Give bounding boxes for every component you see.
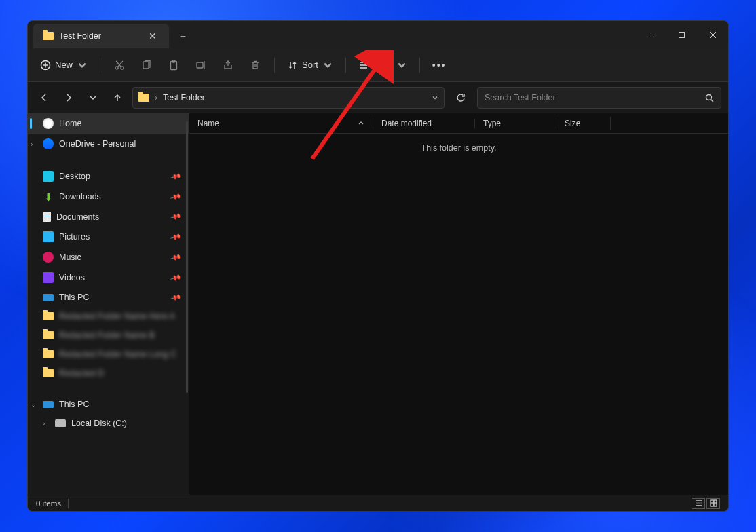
- rename-button[interactable]: [189, 56, 213, 75]
- sidebar-item-videos[interactable]: Videos📌: [28, 267, 189, 288]
- navigation-pane[interactable]: Home › OneDrive - Personal Desktop📌 ⬇Dow…: [28, 113, 189, 495]
- close-tab-button[interactable]: ✕: [146, 31, 159, 41]
- chevron-down-icon[interactable]: [432, 94, 438, 101]
- svg-rect-12: [714, 504, 717, 506]
- svg-rect-7: [197, 62, 203, 68]
- column-header-date[interactable]: Date modified: [373, 119, 474, 128]
- nav-recent-button[interactable]: [83, 88, 102, 107]
- sidebar-item-folder[interactable]: Redacted Folder Name Long C: [28, 345, 189, 364]
- pc-icon: [43, 294, 54, 301]
- folder-icon: [43, 369, 54, 377]
- sidebar-label: Pictures: [59, 232, 90, 242]
- thumbnails-view-button[interactable]: [706, 498, 720, 509]
- scrollbar[interactable]: [186, 121, 188, 393]
- address-bar[interactable]: › Test Folder: [132, 87, 445, 109]
- cloud-icon: [43, 138, 54, 149]
- sort-label: Sort: [302, 60, 318, 70]
- svg-rect-0: [679, 32, 684, 37]
- download-icon: ⬇: [43, 191, 54, 202]
- search-input[interactable]: [485, 93, 705, 102]
- breadcrumb-current[interactable]: Test Folder: [163, 93, 205, 102]
- chevron-right-icon[interactable]: ›: [43, 420, 45, 428]
- music-icon: [43, 252, 54, 263]
- nav-up-button[interactable]: [108, 88, 127, 107]
- view-label: View: [373, 60, 392, 70]
- sidebar-item-folder[interactable]: Redacted Folder Name Here A: [28, 307, 189, 326]
- maximize-button[interactable]: [666, 21, 697, 48]
- svg-point-2: [115, 66, 118, 69]
- item-count: 0 items: [36, 499, 61, 508]
- sidebar-label: Redacted D: [59, 368, 104, 378]
- search-icon: [705, 94, 714, 102]
- sidebar-item-folder[interactable]: Redacted D: [28, 364, 189, 383]
- home-icon: [43, 118, 54, 129]
- sidebar-item-music[interactable]: Music📌: [28, 247, 189, 267]
- more-button[interactable]: •••: [427, 56, 452, 75]
- sidebar-item-desktop[interactable]: Desktop📌: [28, 166, 189, 187]
- column-header-name[interactable]: Name: [189, 119, 373, 128]
- chevron-down-icon[interactable]: ⌄: [31, 401, 36, 408]
- refresh-button[interactable]: [451, 88, 470, 107]
- chevron-down-icon: [396, 60, 407, 71]
- sidebar-item-onedrive[interactable]: › OneDrive - Personal: [28, 134, 189, 154]
- sidebar-label: Videos: [59, 273, 85, 282]
- sidebar-item-thispc-tree[interactable]: ⌄This PC: [28, 395, 189, 414]
- folder-icon: [43, 331, 54, 339]
- folder-icon: [138, 94, 149, 102]
- minimize-button[interactable]: [635, 21, 666, 48]
- sort-asc-icon: [358, 120, 364, 127]
- pin-icon[interactable]: 📌: [170, 191, 183, 203]
- sidebar-item-documents[interactable]: Documents📌: [28, 207, 189, 227]
- clipboard-icon: [168, 60, 179, 71]
- column-header-size[interactable]: Size: [556, 119, 610, 128]
- pin-icon[interactable]: 📌: [170, 271, 183, 284]
- nav-back-button[interactable]: [35, 88, 54, 107]
- svg-rect-9: [711, 500, 713, 503]
- active-tab[interactable]: Test Folder ✕: [33, 24, 169, 48]
- sidebar-label: Redacted Folder Name Long C: [59, 349, 176, 359]
- copy-icon: [141, 60, 152, 71]
- main-area: Home › OneDrive - Personal Desktop📌 ⬇Dow…: [28, 113, 728, 495]
- videos-icon: [43, 272, 54, 283]
- delete-button[interactable]: [243, 56, 267, 75]
- svg-rect-4: [143, 62, 149, 69]
- view-button[interactable]: View: [353, 56, 413, 75]
- column-headers: Name Date modified Type Size: [189, 113, 728, 134]
- sidebar-item-folder[interactable]: Redacted Folder Name B: [28, 326, 189, 345]
- disk-icon: [55, 419, 66, 428]
- toolbar: New Sort View •••: [28, 48, 728, 82]
- sidebar-item-pictures[interactable]: Pictures📌: [28, 227, 189, 247]
- column-header-type[interactable]: Type: [474, 119, 556, 128]
- chevron-right-icon[interactable]: ›: [31, 140, 33, 148]
- svg-rect-10: [714, 500, 717, 503]
- close-window-button[interactable]: [697, 21, 728, 48]
- sidebar-item-downloads[interactable]: ⬇Downloads📌: [28, 187, 189, 207]
- sort-icon: [287, 60, 298, 71]
- copy-button[interactable]: [134, 56, 159, 75]
- content-pane: Name Date modified Type Size This folder…: [189, 113, 728, 495]
- pin-icon[interactable]: 📌: [170, 231, 183, 243]
- sidebar-item-localdisk[interactable]: ›Local Disk (C:): [28, 414, 189, 433]
- sort-button[interactable]: Sort: [282, 56, 339, 75]
- share-button[interactable]: [216, 56, 240, 75]
- pin-icon[interactable]: 📌: [170, 210, 183, 223]
- details-view-button[interactable]: [692, 498, 705, 509]
- search-box[interactable]: [477, 87, 721, 109]
- sidebar-label: Redacted Folder Name B: [59, 330, 155, 340]
- document-icon: [43, 212, 51, 222]
- sidebar-item-home[interactable]: Home: [28, 113, 189, 134]
- paste-button[interactable]: [162, 56, 186, 75]
- nav-forward-button[interactable]: [59, 88, 78, 107]
- breadcrumb-separator: ›: [155, 93, 157, 102]
- new-button[interactable]: New: [35, 56, 93, 75]
- new-tab-button[interactable]: ＋: [169, 24, 196, 48]
- scissors-icon: [114, 60, 125, 71]
- chevron-down-icon: [322, 60, 333, 71]
- sidebar-item-thispc[interactable]: This PC📌: [28, 288, 189, 307]
- pin-icon[interactable]: 📌: [170, 251, 183, 263]
- list-icon: [358, 60, 369, 71]
- pin-icon[interactable]: 📌: [170, 170, 183, 183]
- pin-icon[interactable]: 📌: [170, 291, 183, 303]
- cut-button[interactable]: [107, 56, 132, 75]
- sidebar-label: Desktop: [59, 172, 90, 181]
